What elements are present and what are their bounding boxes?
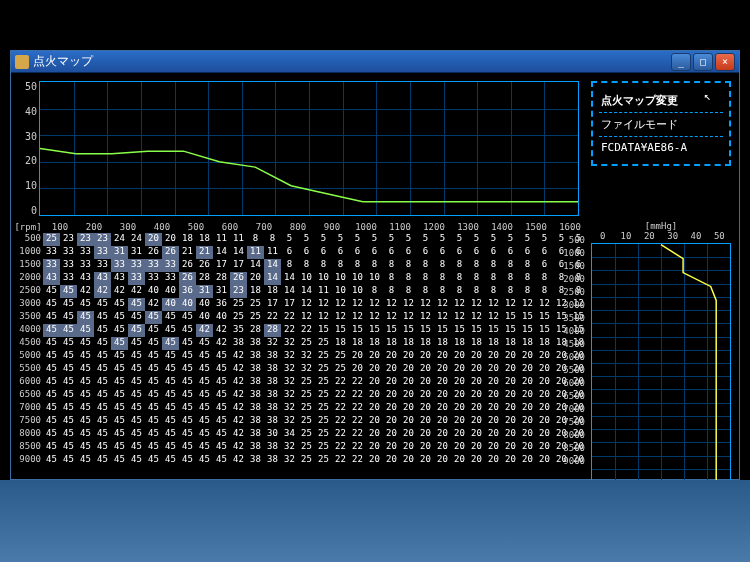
cell[interactable]: 33 — [43, 259, 60, 272]
cell[interactable]: 33 — [128, 259, 145, 272]
cell[interactable]: 5 — [366, 233, 383, 246]
cell[interactable]: 45 — [111, 402, 128, 415]
cell[interactable]: 20 — [383, 415, 400, 428]
cell[interactable]: 20 — [366, 363, 383, 376]
cell[interactable]: 45 — [60, 350, 77, 363]
cell[interactable]: 45 — [111, 376, 128, 389]
cell[interactable]: 6 — [485, 246, 502, 259]
cell[interactable]: 20 — [502, 428, 519, 441]
cell[interactable]: 20 — [519, 376, 536, 389]
cell[interactable]: 45 — [128, 298, 145, 311]
cell[interactable]: 26 — [179, 272, 196, 285]
cell[interactable]: 22 — [332, 428, 349, 441]
cell[interactable]: 5 — [400, 233, 417, 246]
cell[interactable]: 45 — [128, 402, 145, 415]
cell[interactable]: 25 — [298, 337, 315, 350]
cell[interactable]: 14 — [230, 246, 247, 259]
cell[interactable]: 32 — [298, 350, 315, 363]
cell[interactable]: 25 — [298, 454, 315, 467]
cell[interactable]: 8 — [502, 285, 519, 298]
cell[interactable]: 45 — [179, 441, 196, 454]
cell[interactable]: 20 — [366, 454, 383, 467]
cell[interactable]: 6 — [468, 246, 485, 259]
cell[interactable]: 18 — [349, 337, 366, 350]
cell[interactable]: 45 — [145, 363, 162, 376]
cell[interactable]: 42 — [196, 324, 213, 337]
cell[interactable]: 11 — [315, 285, 332, 298]
cell[interactable]: 45 — [196, 454, 213, 467]
cell[interactable]: 20 — [519, 415, 536, 428]
cell[interactable]: 15 — [332, 324, 349, 337]
cell[interactable]: 45 — [162, 363, 179, 376]
cell[interactable]: 15 — [519, 311, 536, 324]
cell[interactable]: 45 — [162, 350, 179, 363]
cell[interactable]: 45 — [60, 298, 77, 311]
cell[interactable]: 15 — [536, 324, 553, 337]
cell[interactable]: 33 — [94, 259, 111, 272]
cell[interactable]: 45 — [145, 376, 162, 389]
cell[interactable]: 8 — [451, 272, 468, 285]
cell[interactable]: 45 — [179, 376, 196, 389]
close-button[interactable]: × — [715, 53, 735, 71]
cell[interactable]: 5 — [383, 233, 400, 246]
cell[interactable]: 8 — [502, 272, 519, 285]
cell[interactable]: 25 — [230, 298, 247, 311]
cell[interactable]: 12 — [434, 298, 451, 311]
cell[interactable]: 38 — [264, 363, 281, 376]
cell[interactable]: 20 — [366, 376, 383, 389]
cell[interactable]: 45 — [128, 428, 145, 441]
cell[interactable]: 45 — [77, 402, 94, 415]
cell[interactable]: 45 — [145, 389, 162, 402]
cell[interactable]: 25 — [43, 233, 60, 246]
cell[interactable]: 20 — [247, 272, 264, 285]
cell[interactable]: 6 — [417, 246, 434, 259]
cell[interactable]: 45 — [43, 389, 60, 402]
cell[interactable]: 45 — [43, 441, 60, 454]
cell[interactable]: 22 — [349, 454, 366, 467]
cell[interactable]: 5 — [485, 233, 502, 246]
cell[interactable]: 45 — [94, 402, 111, 415]
cell[interactable]: 40 — [162, 285, 179, 298]
cell[interactable]: 42 — [230, 376, 247, 389]
cell[interactable]: 26 — [179, 259, 196, 272]
cell[interactable]: 12 — [502, 298, 519, 311]
cell[interactable]: 45 — [60, 428, 77, 441]
cell[interactable]: 20 — [349, 363, 366, 376]
cell[interactable]: 18 — [434, 337, 451, 350]
cell[interactable]: 15 — [349, 324, 366, 337]
cell[interactable]: 12 — [383, 311, 400, 324]
cell[interactable]: 25 — [315, 363, 332, 376]
cell[interactable]: 12 — [332, 298, 349, 311]
cell[interactable]: 8 — [400, 272, 417, 285]
cell[interactable]: 32 — [281, 337, 298, 350]
cell[interactable]: 45 — [111, 311, 128, 324]
cell[interactable]: 20 — [383, 376, 400, 389]
cell[interactable]: 42 — [94, 285, 111, 298]
cell[interactable]: 38 — [230, 337, 247, 350]
cell[interactable]: 12 — [451, 311, 468, 324]
cell[interactable]: 20 — [536, 454, 553, 467]
cell[interactable]: 5 — [281, 233, 298, 246]
cell[interactable]: 22 — [298, 324, 315, 337]
cell[interactable]: 20 — [400, 415, 417, 428]
cell[interactable]: 31 — [196, 285, 213, 298]
cell[interactable]: 22 — [332, 454, 349, 467]
cell[interactable]: 20 — [417, 441, 434, 454]
cell[interactable]: 5 — [536, 233, 553, 246]
cell[interactable]: 8 — [485, 272, 502, 285]
cell[interactable]: 22 — [349, 389, 366, 402]
cell[interactable]: 5 — [349, 233, 366, 246]
cell[interactable]: 45 — [43, 350, 60, 363]
cell[interactable]: 22 — [349, 415, 366, 428]
cell[interactable]: 15 — [383, 324, 400, 337]
cell[interactable]: 24 — [111, 233, 128, 246]
cell[interactable]: 33 — [77, 259, 94, 272]
cell[interactable]: 45 — [213, 350, 230, 363]
cell[interactable]: 42 — [230, 402, 247, 415]
cell[interactable]: 8 — [383, 259, 400, 272]
cell[interactable]: 20 — [485, 350, 502, 363]
cell[interactable]: 8 — [519, 272, 536, 285]
cell[interactable]: 12 — [298, 298, 315, 311]
cell[interactable]: 20 — [468, 350, 485, 363]
cell[interactable]: 20 — [417, 428, 434, 441]
